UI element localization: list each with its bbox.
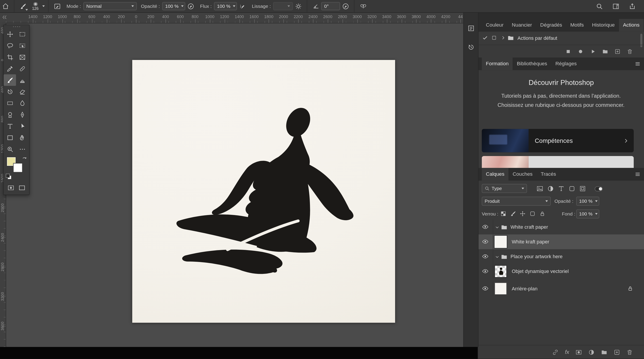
workspace-switcher-button[interactable] [610, 1, 621, 12]
eye-icon[interactable] [482, 268, 488, 275]
blend-mode-select[interactable]: Normal [84, 2, 137, 10]
tool-history-brush[interactable] [4, 86, 16, 97]
ruler-tick-label: 1600 [250, 14, 259, 19]
home-button[interactable] [0, 1, 11, 12]
link-icon[interactable] [552, 349, 558, 355]
smoothing-select[interactable] [273, 2, 293, 10]
swap-colors-icon[interactable] [22, 156, 27, 162]
search-button[interactable] [594, 1, 605, 12]
brush-angle-field[interactable]: 0° [321, 2, 340, 10]
chevron-down-icon[interactable] [42, 5, 45, 7]
layer-thumbnail[interactable] [494, 236, 507, 248]
chevron-down-icon[interactable] [495, 225, 499, 230]
tool-frame[interactable] [16, 52, 28, 63]
tool-clone-stamp[interactable] [16, 74, 28, 86]
eye-icon[interactable] [482, 238, 488, 245]
tool-move[interactable] [4, 28, 16, 40]
airbrush-button[interactable] [237, 1, 248, 12]
ruler-tick-label: 3600 [397, 14, 406, 19]
divider [493, 249, 493, 264]
ruler-tick-label: 3000 [353, 14, 362, 19]
eyedropper-icon [6, 65, 13, 72]
layer-thumbnail[interactable] [494, 265, 507, 278]
ruler-tick-label: 2000 [0, 203, 4, 212]
zoom-icon [6, 146, 13, 152]
tool-type[interactable] [4, 120, 16, 132]
properties-dock-button[interactable] [465, 22, 476, 34]
eye-icon[interactable] [482, 223, 488, 230]
canvas-pasteboard[interactable] [6, 23, 463, 347]
layer-row[interactable]: White kraft paper [478, 234, 644, 249]
pressure-size-button[interactable] [340, 1, 351, 12]
tool-gradient[interactable] [4, 97, 16, 109]
eye-icon[interactable] [482, 253, 488, 260]
tool-rectangle[interactable] [4, 132, 16, 143]
brush-preset-icon [33, 2, 38, 6]
tool-blur[interactable] [16, 97, 28, 109]
share-button[interactable] [627, 1, 638, 12]
layer-thumbnail[interactable] [494, 282, 507, 295]
clone-stamp-icon [19, 77, 26, 84]
ruler-tick-label: 2600 [323, 14, 332, 19]
tool-dodge[interactable] [4, 109, 16, 120]
brush-tool-button[interactable] [18, 1, 28, 12]
new-layer-icon[interactable] [614, 349, 620, 355]
tool-healing-brush[interactable] [16, 63, 28, 74]
trash-icon[interactable] [626, 349, 633, 355]
fx-icon[interactable]: fx [565, 349, 569, 355]
flow-value: 100 % [217, 4, 230, 9]
horizontal-ruler[interactable]: 1400120010008006004002000200400600800100… [6, 12, 463, 24]
chevron-down-icon[interactable] [495, 254, 499, 259]
tool-pen[interactable] [16, 109, 28, 120]
quick-mask-icon[interactable] [8, 184, 14, 191]
background-swatch[interactable] [14, 164, 22, 172]
tool-crop[interactable] [4, 52, 16, 63]
tool-zoom[interactable] [4, 143, 16, 155]
eye-icon[interactable] [482, 285, 488, 292]
tool-eraser[interactable] [16, 86, 28, 97]
ruler-tick-label: 2400 [308, 14, 318, 19]
layer-row[interactable]: Objet dynamique vectoriel [478, 264, 644, 279]
adjustment-icon[interactable] [588, 349, 594, 355]
thumbnail-figure [495, 266, 506, 277]
tool-object-selection[interactable] [16, 40, 28, 51]
brush-angle-button[interactable] [310, 1, 321, 12]
object-selection-icon [19, 42, 26, 49]
layer-group-row[interactable]: White craft paper [478, 220, 644, 234]
layer-name: Objet dynamique vectoriel [512, 268, 569, 274]
brush-preset-picker[interactable]: 126 [28, 0, 42, 12]
smoothing-options-button[interactable] [293, 1, 304, 12]
default-colors-icon[interactable] [6, 174, 12, 180]
tool-lasso[interactable] [4, 40, 16, 51]
tool-hand[interactable] [16, 132, 28, 143]
pressure-opacity-button[interactable] [185, 1, 196, 12]
tool-marquee[interactable] [16, 28, 28, 40]
ruler-tick-label: 800 [192, 14, 198, 19]
chevron-down-icon [288, 5, 290, 7]
layer-name: Place your artwork here [510, 254, 562, 260]
properties-dock-icon [467, 24, 474, 32]
flow-select[interactable]: 100 % [214, 2, 237, 10]
tool-more[interactable] [16, 143, 28, 155]
tool-brush[interactable] [4, 74, 16, 86]
ruler-tick-label: 800 [74, 14, 80, 19]
panel-grip[interactable] [4, 25, 29, 28]
layer-row[interactable]: Arrière-plan [478, 281, 644, 296]
ruler-tick-label: 2800 [338, 14, 347, 19]
opacity-select[interactable]: 100 % [162, 2, 185, 10]
layer-group-row[interactable]: Place your artwork here [478, 249, 644, 264]
tool-path-selection[interactable] [16, 120, 28, 132]
ruler-ticks [6, 21, 463, 23]
symmetry-button[interactable] [358, 1, 368, 12]
brush-settings-panel-button[interactable] [52, 1, 62, 12]
mask-icon[interactable] [575, 349, 582, 355]
artboard[interactable] [132, 60, 395, 323]
collapse-dock-icon[interactable] [1, 14, 8, 20]
new-group-folder-icon[interactable] [601, 349, 607, 355]
divider [493, 220, 493, 234]
history-dock-button[interactable] [465, 42, 476, 53]
symmetry-butterfly-icon [360, 3, 367, 10]
tool-eyedropper[interactable] [4, 63, 16, 74]
screen-mode-icon[interactable] [18, 184, 26, 191]
chevron-down-icon [233, 5, 235, 7]
